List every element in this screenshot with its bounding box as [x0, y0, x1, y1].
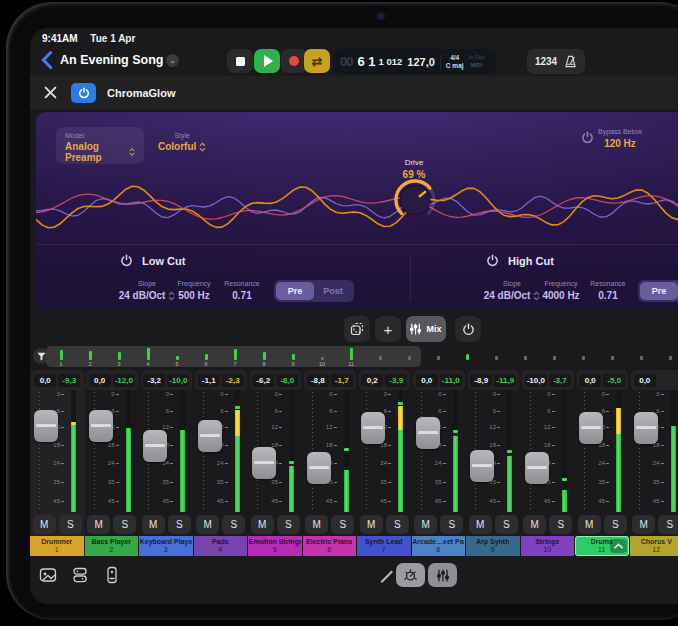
track-name-tile[interactable]: Strings 10 [521, 536, 575, 556]
overview-track-tick[interactable] [573, 348, 593, 361]
solo-button[interactable]: S [604, 515, 627, 534]
mixer-view-button[interactable] [428, 563, 457, 587]
song-title[interactable]: An Evening Song [60, 53, 163, 67]
mute-button[interactable]: M [87, 515, 110, 534]
track-name-tile[interactable]: Arcade…eet Pad 8 [412, 536, 466, 556]
mute-button[interactable]: M [469, 515, 492, 534]
channel-fader-handle[interactable] [416, 417, 440, 449]
channel-fader-handle[interactable] [525, 452, 549, 484]
solo-button[interactable]: S [113, 515, 136, 534]
channel-fader-handle[interactable] [470, 450, 494, 482]
overview-track-tick[interactable] [428, 348, 448, 361]
collapse-chevron-button[interactable] [610, 539, 627, 553]
track-name-tile[interactable]: Synth Lead 7 [357, 536, 411, 556]
solo-button[interactable]: S [59, 515, 82, 534]
track-name-tile[interactable]: Keyboard Player 3 [139, 536, 193, 556]
pre-button[interactable]: Pre [640, 282, 678, 300]
solo-button[interactable]: S [440, 515, 463, 534]
overview-track-tick[interactable] [660, 348, 678, 361]
mute-button[interactable]: M [305, 515, 328, 534]
style-select[interactable]: Style Colorful [158, 132, 206, 152]
add-track-button[interactable]: + [375, 316, 401, 342]
track-name-tile[interactable]: Drummer 1 [30, 536, 84, 556]
solo-button[interactable]: S [222, 515, 245, 534]
overview-track-tick[interactable]: 2 [80, 348, 100, 367]
mute-button[interactable]: M [33, 515, 56, 534]
mixer-power-button[interactable] [455, 316, 481, 342]
mute-button[interactable]: M [360, 515, 383, 534]
channel-volume-value[interactable]: 0,0 [89, 374, 111, 387]
channel-volume-value[interactable]: -3,2 [143, 374, 165, 387]
low-cut-resonance[interactable]: Resonance 0.71 [211, 280, 273, 301]
overview-track-tick[interactable] [515, 348, 535, 361]
mute-button[interactable]: M [251, 515, 274, 534]
low-cut-power-icon[interactable] [120, 254, 133, 267]
channel-fader-handle[interactable] [579, 412, 603, 444]
overview-track-tick[interactable]: 9 [283, 348, 303, 367]
overview-track-tick[interactable]: 11 [341, 348, 361, 367]
back-chevron-icon[interactable] [40, 50, 54, 70]
level-control[interactable]: Level 0.0 [664, 128, 678, 149]
solo-button[interactable]: S [331, 515, 354, 534]
channel-fader-handle[interactable] [634, 412, 658, 444]
channel-volume-value[interactable]: -6,2 [252, 374, 274, 387]
solo-button[interactable]: S [495, 515, 518, 534]
controls-view-button[interactable] [396, 563, 425, 587]
track-name-tile[interactable]: Bass Player 2 [85, 536, 139, 556]
overview-track-tick[interactable]: 7 [225, 348, 245, 367]
plugin-power-button[interactable] [71, 83, 96, 103]
mute-button[interactable]: M [632, 515, 655, 534]
track-name-tile[interactable]: Chorus V 12 [630, 536, 678, 556]
count-in-button[interactable]: 1234 [527, 49, 585, 74]
mute-button[interactable]: M [523, 515, 546, 534]
overview-track-tick[interactable] [399, 348, 419, 361]
channel-volume-value[interactable]: 0,0 [416, 374, 438, 387]
channel-volume-value[interactable]: -1,1 [198, 374, 220, 387]
overview-track-tick[interactable] [544, 348, 564, 361]
track-name-tile[interactable]: Electric Piano 6 [303, 536, 357, 556]
lcd-display[interactable]: 00 6 1 1 012 127,0 4/4 C maj In Out MIDI [333, 49, 496, 74]
high-cut-power-icon[interactable] [486, 254, 499, 267]
overview-track-tick[interactable] [370, 348, 390, 361]
song-dropdown-chevron-icon[interactable]: ⌄ [166, 54, 179, 67]
overview-track-tick[interactable]: 1 [51, 348, 71, 367]
mute-button[interactable]: M [578, 515, 601, 534]
track-name-tile[interactable]: Emotion Strings 5 [248, 536, 302, 556]
channel-fader-handle[interactable] [361, 412, 385, 444]
metronome-icon[interactable] [564, 55, 577, 68]
solo-button[interactable]: S [277, 515, 300, 534]
overview-track-tick[interactable]: 8 [254, 348, 274, 367]
overview-track-tick[interactable] [602, 348, 622, 361]
browser-icon[interactable] [39, 566, 57, 584]
channel-volume-value[interactable]: -8,8 [307, 374, 329, 387]
overview-track-tick[interactable]: 5 [167, 348, 187, 367]
solo-button[interactable]: S [386, 515, 409, 534]
overview-track-tick[interactable] [457, 348, 477, 361]
overview-track-tick[interactable]: 10 [312, 348, 332, 367]
channel-volume-value[interactable]: 0,0 [579, 374, 601, 387]
channel-volume-value[interactable]: 0,0 [34, 374, 56, 387]
pre-button[interactable]: Pre [276, 282, 314, 300]
track-name-tile[interactable]: Pads 4 [194, 536, 248, 556]
post-button[interactable]: Post [314, 282, 352, 300]
cycle-button[interactable]: ⇄ [304, 49, 330, 73]
edit-pencil-icon[interactable] [378, 566, 396, 584]
bypass-below-control[interactable]: Bypass Below 120 Hz [584, 128, 656, 149]
channel-volume-value[interactable]: -10,0 [525, 374, 547, 387]
channel-volume-value[interactable]: 0,2 [361, 374, 383, 387]
play-button[interactable] [254, 49, 280, 73]
mix-mode-button[interactable]: Mix [406, 316, 446, 342]
model-select[interactable]: Model Analog Preamp [56, 127, 144, 164]
channel-fader-handle[interactable] [89, 410, 113, 442]
overview-track-tick[interactable] [631, 348, 651, 361]
play-surface-icon[interactable] [103, 566, 121, 584]
solo-button[interactable]: S [658, 515, 678, 534]
solo-button[interactable]: S [549, 515, 572, 534]
channel-fader-handle[interactable] [252, 447, 276, 479]
channel-fader-handle[interactable] [198, 420, 222, 452]
overview-track-tick[interactable]: 4 [138, 348, 158, 367]
overview-track-tick[interactable]: 6 [196, 348, 216, 367]
duplicate-button[interactable] [344, 316, 370, 342]
channel-volume-value[interactable]: -8,9 [470, 374, 492, 387]
channel-volume-value[interactable]: 0,0 [634, 374, 656, 387]
